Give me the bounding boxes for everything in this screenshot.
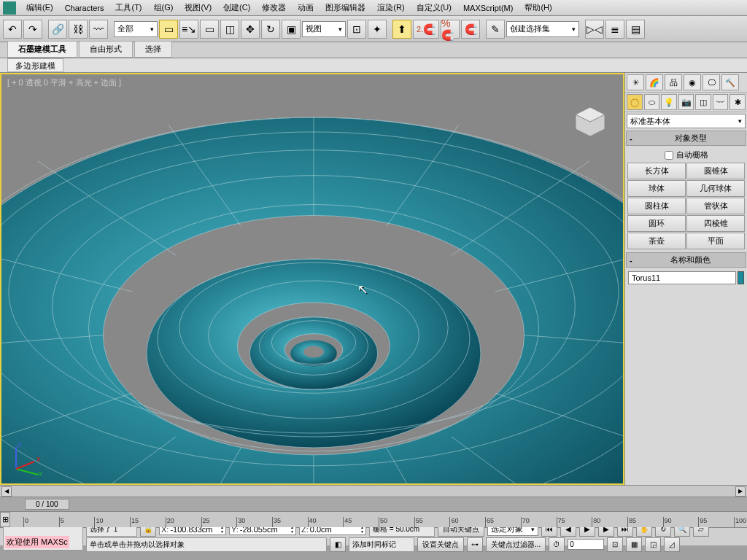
display-tab-icon[interactable]: 🖵 xyxy=(703,74,720,90)
current-frame[interactable]: 0 xyxy=(568,539,604,550)
viewport-scroll[interactable]: ◀ ▶ xyxy=(0,485,747,497)
time-slider[interactable]: 0 / 100 xyxy=(25,499,69,510)
modify-tab-icon[interactable]: 🌈 xyxy=(646,74,663,90)
tube-button[interactable]: 管状体 xyxy=(686,198,745,214)
menu-group[interactable]: 组(G) xyxy=(148,2,179,13)
layers-button[interactable]: ▤ xyxy=(626,20,645,39)
min-max-viewport[interactable]: ◲ xyxy=(645,537,661,552)
category-combo[interactable]: 标准基本体 xyxy=(627,114,746,128)
viewport-perspective[interactable]: [ + 0 透视 0 平滑 + 高光 + 边面 ] z x y xyxy=(0,73,624,485)
utilities-tab-icon[interactable]: 🔨 xyxy=(721,74,739,90)
sub-tab-polymodel[interactable]: 多边形建模 xyxy=(7,58,63,72)
link-button[interactable]: 🔗 xyxy=(48,20,67,39)
menu-graph[interactable]: 图形编辑器 xyxy=(320,2,371,13)
menu-animation[interactable]: 动画 xyxy=(292,2,320,13)
viewport-label[interactable]: [ + 0 透视 0 平滑 + 高光 + 边面 ] xyxy=(7,77,121,88)
rollout-object-type[interactable]: -对象类型 xyxy=(626,131,746,146)
isolate-icon[interactable]: ◧ xyxy=(330,537,346,552)
cone-button[interactable]: 圆锥体 xyxy=(686,163,745,179)
redo-button[interactable]: ↷ xyxy=(23,20,42,39)
select-region-button[interactable]: ▭ xyxy=(200,20,219,39)
menu-characters[interactable]: Characters xyxy=(59,4,110,12)
sphere-button[interactable]: 球体 xyxy=(627,180,686,197)
move-button[interactable]: ✥ xyxy=(241,20,260,39)
viewcube[interactable] xyxy=(572,104,608,140)
cylinder-button[interactable]: 圆柱体 xyxy=(627,198,686,214)
select-name-button[interactable]: ≡↘ xyxy=(179,20,198,39)
key-icon[interactable]: ⊶ xyxy=(467,537,483,552)
align-button[interactable]: ≣ xyxy=(605,20,624,39)
spacewarps-icon[interactable]: 〰 xyxy=(713,94,729,110)
hierarchy-tab-icon[interactable]: 品 xyxy=(665,74,682,90)
menu-customize[interactable]: 自定义(U) xyxy=(411,2,457,13)
set-key-button[interactable]: 设置关键点 xyxy=(417,537,464,552)
select-button[interactable]: ▭ xyxy=(159,20,178,39)
selection-filter-combo[interactable]: 全部 xyxy=(114,21,158,37)
window-crossing-button[interactable]: ◫ xyxy=(220,20,239,39)
motion-tab-icon[interactable]: ◉ xyxy=(684,74,701,90)
pivot-button[interactable]: ⊡ xyxy=(347,20,366,39)
ribbon-tab-selection[interactable]: 选择 xyxy=(134,41,172,58)
menu-edit[interactable]: 编辑(E) xyxy=(20,2,59,13)
box-button[interactable]: 长方体 xyxy=(627,163,686,179)
svg-line-3 xyxy=(16,469,38,475)
plane-button[interactable]: 平面 xyxy=(686,233,745,249)
track-ruler[interactable]: 0 5 10 15 20 25 30 35 40 45 50 55 60 65 … xyxy=(23,512,734,527)
geometry-icon[interactable]: ◯ xyxy=(627,94,643,110)
undo-button[interactable]: ↶ xyxy=(3,20,22,39)
add-time-tag[interactable]: 添加时间标记 xyxy=(349,537,414,552)
command-panel-tabs: ✳ 🌈 品 ◉ 🖵 🔨 xyxy=(625,73,747,93)
helpers-icon[interactable]: ◫ xyxy=(695,94,711,110)
menu-modifiers[interactable]: 修改器 xyxy=(256,2,292,13)
bind-button[interactable]: 〰 xyxy=(89,20,108,39)
systems-icon[interactable]: ✱ xyxy=(729,94,746,110)
autogrid-checkbox[interactable] xyxy=(665,151,673,160)
scale-button[interactable]: ▣ xyxy=(282,20,301,39)
rotate-button[interactable]: ↻ xyxy=(261,20,280,39)
menu-maxscript[interactable]: MAXScript(M) xyxy=(457,4,519,12)
ribbon-tab-graphite[interactable]: 石墨建模工具 xyxy=(7,41,77,58)
spinner-snap[interactable]: 🧲 xyxy=(461,20,480,39)
scroll-right[interactable]: ▶ xyxy=(735,486,746,497)
snap-toggle[interactable]: ⬆ xyxy=(392,20,411,39)
zoom-all[interactable]: ▦ xyxy=(626,537,642,552)
torus-button[interactable]: 圆环 xyxy=(627,215,686,232)
main-toolbar: ↶ ↷ 🔗 ⛓ 〰 全部 ▭ ≡↘ ▭ ◫ ✥ ↻ ▣ 视图 ⊡ ✦ ⬆ 2.🧲… xyxy=(0,16,747,42)
track-config[interactable]: ⊞ xyxy=(0,512,10,527)
rollout-name-color[interactable]: -名称和颜色 xyxy=(626,252,746,268)
menu-create[interactable]: 创建(C) xyxy=(217,2,256,13)
unlink-button[interactable]: ⛓ xyxy=(69,20,88,39)
create-tab-icon[interactable]: ✳ xyxy=(627,74,644,90)
track-bar[interactable]: ⊞ 0 5 10 15 20 25 30 35 40 45 50 55 60 6… xyxy=(0,511,747,527)
geosphere-button[interactable]: 几何球体 xyxy=(686,180,745,197)
named-sets-combo[interactable]: 创建选择集 xyxy=(506,21,579,37)
time-slider-bar[interactable]: 0 / 100 xyxy=(0,497,747,511)
manipulate-button[interactable]: ✦ xyxy=(368,20,387,39)
ref-coord-combo[interactable]: 视图 xyxy=(302,21,346,37)
object-name-input[interactable] xyxy=(628,271,736,284)
menu-render[interactable]: 渲染(R) xyxy=(371,2,410,13)
field-of-view[interactable]: ◿ xyxy=(664,537,680,552)
menu-view[interactable]: 视图(V) xyxy=(179,2,217,13)
teapot-button[interactable]: 茶壶 xyxy=(627,233,686,249)
tick: 40 xyxy=(308,517,317,527)
key-filters-button[interactable]: 关键点过滤器... xyxy=(486,537,546,552)
percent-snap[interactable]: %🧲 xyxy=(441,20,460,39)
menu-tools[interactable]: 工具(T) xyxy=(109,2,147,13)
app-icon[interactable] xyxy=(3,1,16,15)
menu-help[interactable]: 帮助(H) xyxy=(519,2,557,13)
named-sets-edit[interactable]: ✎ xyxy=(486,20,505,39)
object-color-swatch[interactable] xyxy=(738,271,744,284)
zoom-extents[interactable]: ⊡ xyxy=(607,537,623,552)
scroll-left[interactable]: ◀ xyxy=(1,486,12,497)
pyramid-button[interactable]: 四棱锥 xyxy=(686,215,745,232)
svg-text:x: x xyxy=(36,454,41,463)
time-config[interactable]: ⏱ xyxy=(549,537,565,552)
lights-icon[interactable]: 💡 xyxy=(661,94,677,110)
tick: 80 xyxy=(592,517,600,527)
ribbon-tab-freeform[interactable]: 自由形式 xyxy=(79,41,133,58)
shapes-icon[interactable]: ⬭ xyxy=(644,94,660,110)
mirror-button[interactable]: ▷◁ xyxy=(585,20,604,39)
cameras-icon[interactable]: 📷 xyxy=(678,94,694,110)
angle-snap[interactable]: 2.🧲 xyxy=(413,20,439,39)
